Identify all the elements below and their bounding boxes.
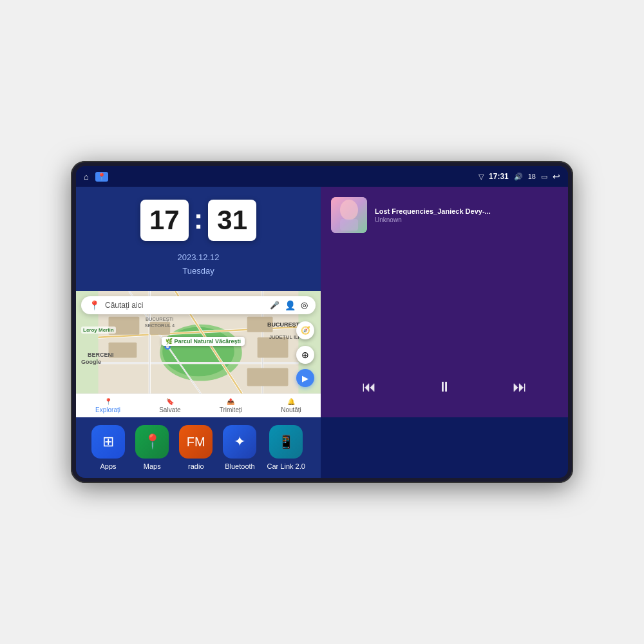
- clock-display: 17 : 31: [140, 200, 256, 241]
- layers-icon[interactable]: ◎: [301, 300, 308, 310]
- news-label: Noutăți: [281, 406, 301, 413]
- account-icon[interactable]: 👤: [285, 300, 296, 310]
- map-search-bar[interactable]: 📍 Căutați aici 🎤 👤 ◎: [81, 296, 316, 314]
- news-icon: 🔔: [287, 398, 295, 405]
- status-bar: ⌂ 📍 ▽ 17:31 🔊 18 ▭ ↩: [76, 166, 568, 187]
- bluetooth-icon-wrapper: ✦: [223, 425, 256, 459]
- svg-rect-20: [247, 368, 289, 386]
- clock-hours: 17: [140, 200, 189, 241]
- map-label-berceni: BERCENI: [88, 352, 114, 358]
- svg-point-24: [340, 200, 358, 220]
- map-bottom-bar: 📍 Explorați 🔖 Salvate 📤 Trimiteți 🔔 Nout…: [76, 393, 321, 417]
- app-item-apps[interactable]: ⊞ Apps: [91, 425, 125, 470]
- battery-icon: ▭: [541, 173, 547, 181]
- music-controls: ⏮ ⏸ ⏭: [331, 367, 558, 407]
- map-start-button[interactable]: ▶: [296, 369, 314, 387]
- music-next-button[interactable]: ⏭: [507, 374, 532, 401]
- carlink-label: Car Link 2.0: [267, 462, 305, 470]
- map-search-right: 🎤 👤 ◎: [270, 300, 308, 310]
- maps-icon: 📍: [144, 433, 161, 450]
- music-info: Lost Frequencies_Janieck Devy-... Unknow…: [331, 197, 558, 233]
- clock-widget: 17 : 31 2023.12.12 Tuesday: [76, 187, 321, 291]
- map-search-text[interactable]: Căutați aici: [105, 301, 265, 310]
- album-art-image: [331, 197, 367, 233]
- main-content: 17 : 31 2023.12.12 Tuesday 📍 Căutați aic…: [76, 187, 568, 478]
- status-left-icons: ⌂ 📍: [84, 172, 108, 182]
- svg-rect-25: [340, 219, 358, 231]
- mic-icon[interactable]: 🎤: [270, 301, 279, 310]
- app-item-bluetooth[interactable]: ✦ Bluetooth: [223, 425, 256, 470]
- app-item-radio[interactable]: FM radio: [179, 425, 213, 470]
- map-nav-saved[interactable]: 🔖 Salvate: [159, 398, 180, 413]
- status-right-icons: ▽ 17:31 🔊 18 ▭ ↩: [478, 171, 560, 182]
- radio-icon-wrapper: FM: [179, 425, 213, 459]
- map-widget: 📍 Căutați aici 🎤 👤 ◎: [76, 291, 321, 417]
- map-compass-button[interactable]: 🧭: [296, 321, 314, 339]
- maps-status-icon[interactable]: 📍: [95, 172, 108, 182]
- status-time: 17:31: [489, 172, 509, 181]
- maps-label: Maps: [144, 462, 161, 470]
- home-icon[interactable]: ⌂: [84, 172, 89, 182]
- music-meta: Lost Frequencies_Janieck Devy-... Unknow…: [375, 207, 558, 223]
- apps-label: Apps: [100, 462, 117, 470]
- google-logo: Google: [81, 359, 101, 365]
- signal-icon: ▽: [478, 173, 484, 181]
- carlink-icon: 📱: [278, 434, 294, 450]
- bluetooth-icon: ✦: [234, 433, 245, 450]
- radio-label: radio: [188, 462, 204, 470]
- send-label: Trimiteți: [220, 406, 242, 413]
- explore-icon: 📍: [104, 398, 112, 405]
- bluetooth-label: Bluetooth: [225, 462, 254, 470]
- svg-rect-19: [258, 337, 289, 357]
- clock-date: 2023.12.12 Tuesday: [177, 251, 219, 278]
- music-album-art: [331, 197, 367, 233]
- clock-day-value: Tuesday: [182, 266, 214, 276]
- map-nav-send[interactable]: 📤 Trimiteți: [220, 398, 242, 413]
- apps-icon-wrapper: ⊞: [91, 425, 125, 459]
- music-prev-button[interactable]: ⏮: [357, 374, 381, 401]
- app-item-carlink[interactable]: 📱 Car Link 2.0: [267, 425, 305, 470]
- radio-icon: FM: [187, 435, 205, 450]
- battery-level: 18: [528, 173, 536, 180]
- explore-label: Explorați: [95, 406, 120, 413]
- apps-icon: ⊞: [102, 433, 114, 450]
- map-marker-parcul: 🌿 Parcul Natural Văcărești: [162, 337, 245, 346]
- app-item-maps[interactable]: 📍 Maps: [135, 425, 169, 470]
- map-nav-news[interactable]: 🔔 Noutăți: [281, 398, 301, 413]
- map-label-leroy: Leroy Merlin: [81, 327, 116, 334]
- music-title: Lost Frequencies_Janieck Devy-...: [375, 207, 558, 215]
- clock-date-value: 2023.12.12: [177, 252, 219, 262]
- music-player: Lost Frequencies_Janieck Devy-... Unknow…: [321, 187, 568, 417]
- maps-icon-wrapper: 📍: [135, 425, 169, 459]
- map-label-sector4: BUCUREȘTISECTORUL 4: [144, 316, 175, 329]
- map-nav-explore[interactable]: 📍 Explorați: [95, 398, 120, 413]
- apps-row: ⊞ Apps 📍 Maps FM radio: [76, 417, 321, 478]
- back-icon[interactable]: ↩: [553, 171, 560, 182]
- device-frame: ⌂ 📍 ▽ 17:31 🔊 18 ▭ ↩ 17 : 31: [71, 161, 573, 483]
- saved-label: Salvate: [159, 406, 180, 413]
- saved-icon: 🔖: [166, 398, 174, 405]
- carlink-icon-wrapper: 📱: [269, 425, 303, 459]
- map-location-button[interactable]: ⊕: [296, 346, 314, 364]
- volume-icon: 🔊: [514, 173, 523, 181]
- clock-minutes: 31: [208, 200, 256, 241]
- clock-colon: :: [194, 203, 204, 235]
- send-icon: 📤: [227, 398, 234, 405]
- map-pin-icon: 📍: [89, 300, 100, 310]
- music-artist: Unknown: [375, 216, 558, 223]
- music-playpause-button[interactable]: ⏸: [432, 374, 457, 401]
- device-screen: ⌂ 📍 ▽ 17:31 🔊 18 ▭ ↩ 17 : 31: [76, 166, 568, 478]
